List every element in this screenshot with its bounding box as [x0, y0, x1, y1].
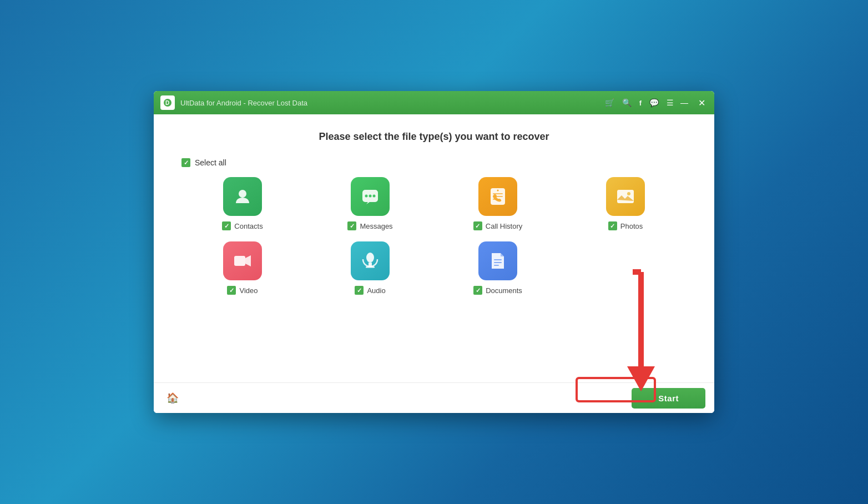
documents-label-row: Documents: [473, 286, 522, 295]
contacts-label-row: Contacts: [222, 221, 263, 230]
bottom-bar: 🏠 Start: [154, 382, 714, 413]
file-type-audio[interactable]: Audio: [309, 241, 431, 295]
main-content: Please select the file type(s) you want …: [154, 114, 714, 382]
file-type-contacts[interactable]: Contacts: [181, 177, 304, 230]
photos-checkbox[interactable]: [608, 221, 617, 230]
contacts-checkbox[interactable]: [222, 221, 231, 230]
file-type-video[interactable]: Video: [181, 241, 304, 295]
title-bar: D UltData for Android - Recover Lost Dat…: [154, 91, 714, 114]
file-types-grid: Contacts: [181, 177, 687, 295]
audio-label-row: Audio: [355, 286, 385, 295]
close-button[interactable]: ✕: [696, 97, 708, 109]
title-bar-icons: 🛒 🔍 f 💬 ☰: [605, 98, 674, 107]
contacts-label: Contacts: [234, 222, 263, 230]
photos-icon: [606, 177, 645, 216]
documents-icon: [478, 241, 517, 280]
select-all-label: Select all: [195, 158, 226, 167]
svg-point-8: [497, 190, 499, 191]
app-logo: D: [160, 95, 175, 110]
messages-label-row: Messages: [347, 221, 392, 230]
messages-label: Messages: [360, 222, 392, 230]
svg-rect-12: [617, 190, 634, 203]
video-label: Video: [239, 286, 258, 295]
window-controls: — ✕: [678, 97, 708, 109]
svg-point-13: [627, 192, 630, 195]
video-checkbox[interactable]: [227, 286, 236, 295]
svg-point-5: [369, 195, 372, 198]
audio-checkbox[interactable]: [355, 286, 364, 295]
select-all-checkbox[interactable]: [181, 158, 190, 167]
minimize-button[interactable]: —: [678, 97, 690, 108]
audio-icon: [351, 241, 390, 280]
file-type-callhistory[interactable]: Call History: [437, 177, 559, 230]
documents-label: Documents: [486, 286, 522, 295]
svg-rect-19: [494, 259, 502, 260]
audio-label: Audio: [367, 286, 385, 295]
callhistory-checkbox[interactable]: [473, 221, 482, 230]
svg-marker-15: [245, 255, 251, 266]
file-type-photos[interactable]: Photos: [564, 177, 687, 230]
svg-rect-14: [234, 256, 245, 266]
callhistory-icon: [478, 177, 517, 216]
content-area: Please select the file type(s) you want …: [154, 114, 714, 413]
callhistory-label: Call History: [486, 222, 522, 230]
svg-rect-9: [493, 193, 503, 194]
select-all-row[interactable]: Select all: [181, 158, 687, 167]
file-type-messages[interactable]: Messages: [309, 177, 431, 230]
messages-icon: [351, 177, 390, 216]
callhistory-label-row: Call History: [473, 221, 522, 230]
svg-rect-20: [494, 262, 502, 263]
svg-point-16: [366, 253, 374, 263]
home-button[interactable]: 🏠: [163, 388, 183, 408]
app-window: D UltData for Android - Recover Lost Dat…: [154, 91, 714, 413]
photos-label-row: Photos: [608, 221, 643, 230]
app-title: UltData for Android - Recover Lost Data: [180, 99, 605, 107]
start-button[interactable]: Start: [632, 388, 705, 409]
contacts-icon: [223, 177, 262, 216]
empty-slot: [564, 241, 687, 295]
menu-icon[interactable]: ☰: [667, 98, 674, 107]
svg-point-4: [365, 195, 368, 198]
photos-label: Photos: [620, 222, 643, 230]
chat-icon[interactable]: 💬: [649, 98, 659, 107]
svg-rect-21: [494, 265, 499, 266]
search-icon[interactable]: 🔍: [622, 98, 632, 107]
file-type-documents[interactable]: Documents: [437, 241, 559, 295]
messages-checkbox[interactable]: [347, 221, 356, 230]
documents-checkbox[interactable]: [473, 286, 482, 295]
video-label-row: Video: [227, 286, 258, 295]
video-icon: [223, 241, 262, 280]
svg-text:D: D: [165, 100, 169, 106]
svg-point-6: [373, 195, 376, 198]
page-title: Please select the file type(s) you want …: [181, 131, 687, 143]
facebook-icon[interactable]: f: [639, 99, 642, 107]
svg-point-2: [239, 190, 246, 198]
cart-icon[interactable]: 🛒: [605, 98, 614, 107]
